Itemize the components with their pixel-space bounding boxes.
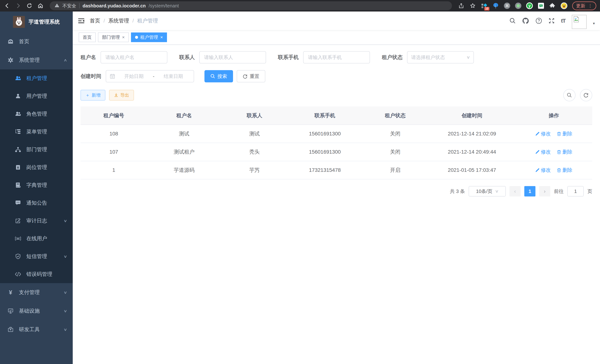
table-row: 108 测试 测试 15601691300 关闭 2021-12-14 21:0… bbox=[81, 125, 592, 143]
sidebar-fold-icon[interactable] bbox=[78, 18, 84, 24]
page-content: 租户名 联系人 联系手机 租户状态 请选择租户状态 bbox=[73, 45, 600, 364]
contact-input[interactable] bbox=[199, 51, 266, 64]
chevron-down-icon: ∨ bbox=[64, 309, 67, 313]
sidebar-item-notice[interactable]: 通知公告 bbox=[0, 194, 73, 212]
search-button[interactable]: 搜索 bbox=[205, 70, 233, 82]
add-button[interactable]: ＋ 新增 bbox=[81, 90, 105, 101]
toggle-search-button[interactable] bbox=[563, 89, 575, 101]
home-icon[interactable] bbox=[37, 2, 44, 9]
browser-menu-icon[interactable]: ⋮ bbox=[588, 3, 592, 8]
edit-link[interactable]: 修改 bbox=[535, 149, 551, 155]
sidebar-item-role[interactable]: 角色管理 bbox=[0, 105, 73, 123]
tab-close-icon[interactable]: × bbox=[160, 35, 163, 40]
sidebar-section-label: 基础设施 bbox=[19, 308, 59, 315]
extension-balloon-icon[interactable] bbox=[492, 2, 499, 9]
security-label[interactable]: 不安全 bbox=[62, 3, 76, 9]
add-button-label: 新增 bbox=[92, 92, 101, 98]
tab-home[interactable]: 首页 bbox=[79, 32, 96, 42]
share-icon[interactable] bbox=[458, 2, 465, 9]
sidebar-item-error-code[interactable]: 错误码管理 bbox=[0, 265, 73, 283]
sidebar-section-infra[interactable]: 基础设施 ∨ bbox=[0, 302, 73, 320]
delete-label: 删除 bbox=[562, 131, 572, 137]
status-select[interactable]: 请选择租户状态 ∨ bbox=[407, 51, 474, 64]
sidebar-section-payment[interactable]: ¥ 支付管理 ∨ bbox=[0, 283, 73, 302]
back-icon[interactable] bbox=[4, 2, 10, 9]
extension-recorder-icon[interactable] bbox=[515, 3, 521, 9]
sidebar-item-post[interactable]: 岗位管理 bbox=[0, 159, 73, 176]
refresh-table-button[interactable] bbox=[580, 89, 592, 101]
address-bar[interactable]: 不安全 dashboard.yudao.iocoder.cn/system/te… bbox=[50, 1, 452, 10]
sidebar-item-online-users[interactable]: 在线用户 bbox=[0, 230, 73, 247]
breadcrumb-home[interactable]: 首页 bbox=[90, 17, 100, 24]
extension-chat-icon[interactable] bbox=[538, 2, 544, 9]
tab-dept[interactable]: 部门管理 × bbox=[98, 32, 129, 42]
prev-page-button[interactable]: ‹ bbox=[509, 186, 521, 196]
mobile-input[interactable] bbox=[303, 51, 370, 64]
browser-update-button[interactable]: 更新 ⋮ bbox=[572, 1, 596, 10]
url-host[interactable]: dashboard.yudao.iocoder.cn bbox=[83, 3, 146, 9]
sidebar-item-label: 通知公告 bbox=[26, 199, 67, 206]
date-range-picker[interactable]: 开始日期 - 结束日期 bbox=[106, 70, 194, 82]
sidebar-item-menu[interactable]: 菜单管理 bbox=[0, 123, 73, 141]
tenant-name-input[interactable] bbox=[101, 51, 167, 64]
roles-icon bbox=[15, 111, 21, 117]
filter-status: 租户状态 请选择租户状态 ∨ bbox=[382, 51, 474, 64]
sidebar-item-audit-log[interactable]: 审计日志 ∨ bbox=[0, 212, 73, 230]
bookmark-star-icon[interactable] bbox=[469, 2, 476, 9]
delete-link[interactable]: 删除 bbox=[557, 149, 572, 155]
avatar-caret-icon[interactable]: ▾ bbox=[593, 21, 595, 26]
fullscreen-icon[interactable] bbox=[548, 18, 555, 24]
sidebar-item-sms[interactable]: 短信管理 ∨ bbox=[0, 247, 73, 265]
filter-row-1: 租户名 联系人 联系手机 租户状态 请选择租户状态 bbox=[81, 51, 592, 64]
extensions-puzzle-icon[interactable] bbox=[549, 2, 556, 9]
contact-label: 联系人 bbox=[179, 54, 195, 61]
sidebar-item-label: 菜单管理 bbox=[26, 128, 67, 135]
goto-page-input[interactable] bbox=[567, 186, 584, 196]
extension-y-icon[interactable]: y bbox=[526, 2, 533, 9]
sidebar: 芋道管理系统 首页 系统管理 ∧ bbox=[0, 11, 73, 364]
sidebar-section-devtools[interactable]: 研发工具 ∨ bbox=[0, 320, 73, 339]
extension-command-icon[interactable]: ⌘ bbox=[504, 3, 510, 9]
sidebar-item-dept[interactable]: 部门管理 bbox=[0, 141, 73, 159]
delete-link[interactable]: 删除 bbox=[557, 131, 572, 137]
breadcrumb-system[interactable]: 系统管理 bbox=[108, 17, 129, 24]
mobile-label: 联系手机 bbox=[278, 54, 299, 61]
reset-button[interactable]: 重置 bbox=[237, 70, 265, 82]
sidebar-item-user[interactable]: 用户管理 bbox=[0, 87, 73, 105]
cell-created: 2021-12-14 20:49:44 bbox=[428, 143, 516, 161]
avatar[interactable] bbox=[572, 15, 587, 29]
extension-blue-diamond-icon[interactable]: 10 bbox=[481, 2, 488, 9]
next-page-button[interactable]: › bbox=[539, 186, 550, 196]
col-header-mobile: 联系手机 bbox=[288, 106, 362, 125]
table-header-row: 租户编号 租户名 联系人 联系手机 租户状态 创建时间 操作 bbox=[81, 106, 592, 125]
refresh-icon bbox=[583, 93, 589, 98]
chevron-down-icon: ∨ bbox=[64, 219, 67, 223]
tab-tenant[interactable]: 租户管理 × bbox=[131, 32, 167, 42]
reset-button-label: 重置 bbox=[250, 73, 259, 80]
forward-icon[interactable] bbox=[15, 2, 21, 9]
page-size-select[interactable]: 10条/页 ∨ bbox=[469, 186, 506, 196]
font-size-icon[interactable]: tT bbox=[561, 18, 565, 24]
export-button[interactable]: 导出 bbox=[109, 90, 134, 101]
sidebar-item-dict[interactable]: 字典管理 bbox=[0, 176, 73, 194]
created-label: 创建时间 bbox=[81, 73, 101, 80]
trash-icon bbox=[557, 131, 561, 136]
filter-tenant-name: 租户名 bbox=[81, 51, 167, 64]
edit-link[interactable]: 修改 bbox=[535, 167, 551, 173]
cell-actions: 修改删除 bbox=[516, 161, 592, 179]
profile-avatar-icon[interactable] bbox=[561, 2, 567, 9]
browser-chrome: 不安全 dashboard.yudao.iocoder.cn/system/te… bbox=[0, 0, 600, 11]
delete-link[interactable]: 删除 bbox=[557, 167, 572, 173]
sidebar-item-home[interactable]: 首页 bbox=[0, 32, 73, 51]
edit-link[interactable]: 修改 bbox=[535, 131, 551, 137]
header-search-icon[interactable] bbox=[509, 18, 516, 24]
reload-icon[interactable] bbox=[26, 2, 33, 9]
current-page[interactable]: 1 bbox=[524, 186, 535, 196]
sidebar-item-tenant[interactable]: 租户管理 bbox=[0, 69, 73, 87]
logo[interactable]: 芋道管理系统 bbox=[0, 11, 73, 32]
tab-close-icon[interactable]: × bbox=[122, 35, 125, 40]
help-icon[interactable] bbox=[535, 18, 542, 24]
sidebar-section-system[interactable]: 系统管理 ∧ bbox=[0, 51, 73, 69]
url-path[interactable]: /system/tenant bbox=[149, 3, 179, 9]
github-icon[interactable] bbox=[522, 17, 529, 24]
